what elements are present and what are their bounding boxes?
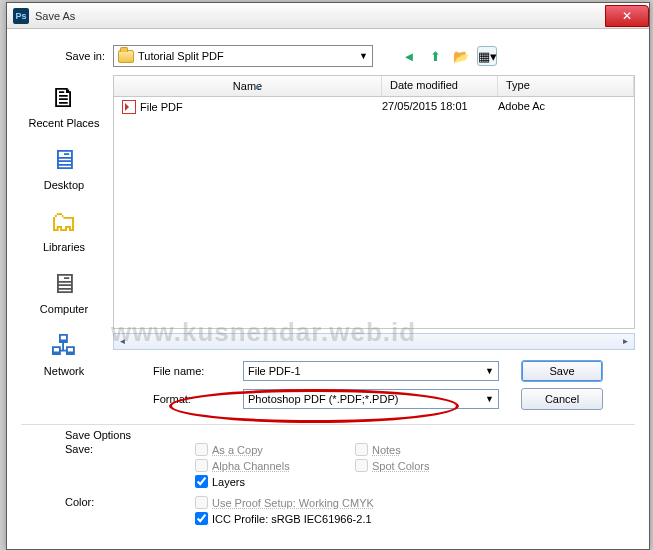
savein-dropdown[interactable]: Tutorial Split PDF ▼ xyxy=(113,45,373,67)
close-button[interactable]: ✕ xyxy=(605,5,649,27)
window-title: Save As xyxy=(35,10,605,22)
up-button[interactable]: ⬆ xyxy=(425,46,445,66)
save-button[interactable]: Save xyxy=(521,360,603,382)
file-list[interactable]: File PDF 27/05/2015 18:01 Adobe Ac xyxy=(113,97,635,329)
recent-icon: 🗎 xyxy=(44,79,84,115)
format-dropdown[interactable]: Photoshop PDF (*.PDF;*.PDP) ▼ xyxy=(243,389,499,409)
proof-checkbox: Use Proof Setup: Working CMYK xyxy=(195,496,374,509)
save-options-header: Save Options xyxy=(65,429,635,441)
save-as-dialog: Ps Save As ✕ Save in: Tutorial Split PDF… xyxy=(6,2,650,550)
views-button[interactable]: ▦▾ xyxy=(477,46,497,66)
column-type[interactable]: Type xyxy=(498,76,634,96)
alpha-checkbox: Alpha Channels xyxy=(195,459,355,472)
layers-checkbox[interactable]: Layers xyxy=(195,475,355,488)
icc-checkbox[interactable]: ICC Profile: sRGB IEC61966-2.1 xyxy=(195,512,374,525)
file-list-header: Name Date modified Type xyxy=(113,75,635,97)
folder-icon xyxy=(118,50,134,63)
place-libraries[interactable]: 🗂 Libraries xyxy=(43,203,85,253)
computer-icon: 🖥 xyxy=(44,265,84,301)
savein-value: Tutorial Split PDF xyxy=(138,50,224,62)
back-button[interactable]: ◄ xyxy=(399,46,419,66)
column-date[interactable]: Date modified xyxy=(382,76,498,96)
savein-label: Save in: xyxy=(21,50,105,62)
place-computer[interactable]: 🖥 Computer xyxy=(40,265,88,315)
chevron-down-icon: ▼ xyxy=(359,51,368,61)
spot-checkbox: Spot Colors xyxy=(355,459,429,472)
notes-checkbox: Notes xyxy=(355,443,429,456)
filename-label: File name: xyxy=(113,365,243,377)
chevron-down-icon: ▼ xyxy=(485,366,494,376)
desktop-icon: 🖥 xyxy=(44,141,84,177)
places-bar: 🗎 Recent Places 🖥 Desktop 🗂 Libraries 🖥 … xyxy=(21,75,107,410)
chevron-down-icon: ▼ xyxy=(485,394,494,404)
place-recent[interactable]: 🗎 Recent Places xyxy=(29,79,100,129)
scroll-left-icon[interactable]: ◄ xyxy=(114,334,131,349)
place-network[interactable]: 🖧 Network xyxy=(44,327,84,377)
as-copy-checkbox[interactable]: As a Copy xyxy=(195,443,355,456)
network-icon: 🖧 xyxy=(44,327,84,363)
file-row[interactable]: File PDF 27/05/2015 18:01 Adobe Ac xyxy=(114,97,634,117)
scroll-right-icon[interactable]: ► xyxy=(617,334,634,349)
horizontal-scrollbar[interactable]: ◄ ► xyxy=(113,333,635,350)
new-folder-button[interactable]: 📂 xyxy=(451,46,471,66)
save-section-label: Save: xyxy=(65,443,195,488)
photoshop-icon: Ps xyxy=(13,8,29,24)
color-section-label: Color: xyxy=(65,496,195,525)
titlebar: Ps Save As ✕ xyxy=(7,3,649,29)
column-name[interactable]: Name xyxy=(114,76,382,96)
pdf-icon xyxy=(122,100,136,114)
save-options: Save Options Save: As a Copy Alpha Chann… xyxy=(21,424,635,525)
filename-input[interactable]: File PDF-1 ▼ xyxy=(243,361,499,381)
format-label: Format: xyxy=(113,393,243,405)
cancel-button[interactable]: Cancel xyxy=(521,388,603,410)
libraries-icon: 🗂 xyxy=(44,203,84,239)
place-desktop[interactable]: 🖥 Desktop xyxy=(44,141,84,191)
